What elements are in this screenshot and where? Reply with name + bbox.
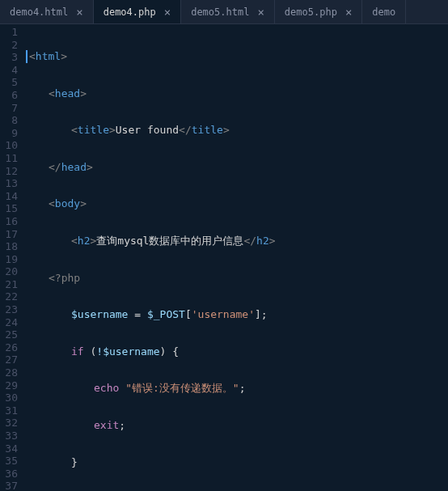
tab-demo5-php[interactable]: demo5.php × bbox=[275, 0, 362, 23]
tab-label: demo5.html bbox=[191, 6, 249, 18]
line-number: 27 bbox=[5, 353, 18, 366]
line-number: 23 bbox=[5, 303, 18, 316]
code-line: <head> bbox=[26, 87, 448, 100]
tab-label: demo4.php bbox=[104, 6, 156, 18]
tab-bar: demo4.html × demo4.php × demo5.html × de… bbox=[0, 0, 448, 24]
close-icon[interactable]: × bbox=[345, 6, 352, 19]
line-number: 26 bbox=[5, 341, 18, 354]
line-number: 11 bbox=[5, 152, 18, 165]
tab-label: demo4.html bbox=[10, 6, 68, 18]
tab-label: demo bbox=[372, 6, 395, 18]
code-line: <html> bbox=[26, 50, 448, 63]
code-line: <?php bbox=[26, 272, 448, 285]
tab-label: demo5.php bbox=[285, 6, 337, 18]
close-icon[interactable]: × bbox=[76, 6, 82, 19]
line-number: 30 bbox=[5, 392, 18, 404]
line-number: 5 bbox=[5, 76, 18, 89]
tab-demo4-html[interactable]: demo4.html × bbox=[0, 0, 94, 23]
line-number: 19 bbox=[5, 253, 18, 266]
line-number: 28 bbox=[5, 366, 18, 379]
line-number: 25 bbox=[5, 328, 18, 341]
tab-truncated[interactable]: demo bbox=[362, 0, 406, 23]
line-number: 22 bbox=[5, 290, 18, 303]
line-number: 7 bbox=[5, 102, 18, 115]
close-icon[interactable]: × bbox=[164, 6, 171, 19]
line-number: 31 bbox=[5, 404, 18, 417]
line-number: 37 bbox=[5, 480, 18, 491]
line-number: 29 bbox=[5, 379, 18, 392]
tab-demo4-php[interactable]: demo4.php × bbox=[94, 0, 181, 23]
line-number: 13 bbox=[5, 177, 18, 190]
tab-demo5-html[interactable]: demo5.html × bbox=[181, 0, 275, 23]
code-line: $username = $_POST['username']; bbox=[26, 308, 448, 321]
code-line: <body> bbox=[26, 197, 448, 210]
code-line: exit; bbox=[26, 419, 448, 432]
line-number: 15 bbox=[5, 202, 18, 215]
line-number: 33 bbox=[5, 430, 18, 442]
line-number: 20 bbox=[5, 265, 18, 278]
code-line: </head> bbox=[26, 161, 448, 174]
line-number: 12 bbox=[5, 165, 18, 178]
code-line: <title>User found</title> bbox=[26, 124, 448, 137]
line-number: 1 bbox=[5, 26, 18, 39]
line-number: 3 bbox=[5, 51, 18, 64]
line-number-gutter: 1 2 3 4 5 6 7 8 9 10 11 12 13 14 15 16 1… bbox=[0, 24, 26, 491]
line-number: 36 bbox=[5, 468, 18, 480]
line-number: 6 bbox=[5, 89, 18, 102]
line-number: 16 bbox=[5, 215, 18, 228]
line-number: 17 bbox=[5, 228, 18, 241]
code-line: if (!$username) { bbox=[26, 345, 448, 358]
line-number: 35 bbox=[5, 455, 18, 468]
line-number: 10 bbox=[5, 139, 18, 152]
line-number: 24 bbox=[5, 316, 18, 329]
code-line: } bbox=[26, 456, 448, 469]
code-area[interactable]: <html> <head> <title>User found</title> … bbox=[26, 24, 448, 491]
line-number: 34 bbox=[5, 442, 18, 455]
line-number: 4 bbox=[5, 64, 18, 77]
line-number: 32 bbox=[5, 417, 18, 430]
line-number: 14 bbox=[5, 190, 18, 203]
code-line: <h2>查询mysql数据库中的用户信息</h2> bbox=[26, 235, 448, 248]
line-number: 9 bbox=[5, 127, 18, 140]
line-number: 8 bbox=[5, 114, 18, 127]
line-number: 18 bbox=[5, 240, 18, 253]
close-icon[interactable]: × bbox=[257, 6, 264, 19]
line-number: 2 bbox=[5, 39, 18, 52]
code-line: echo "错误:没有传递数据。"; bbox=[26, 382, 448, 395]
editor: 1 2 3 4 5 6 7 8 9 10 11 12 13 14 15 16 1… bbox=[0, 24, 448, 491]
line-number: 21 bbox=[5, 278, 18, 291]
